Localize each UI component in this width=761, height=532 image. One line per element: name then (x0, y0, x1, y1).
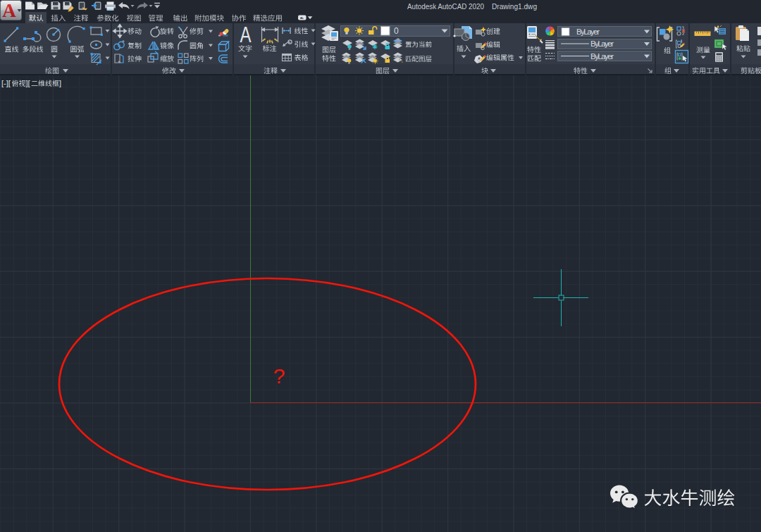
svg-text:ByLayer: ByLayer (590, 39, 614, 48)
svg-text:ByLayer: ByLayer (576, 27, 600, 36)
svg-text:[-][: [-][ (1, 79, 11, 87)
svg-text:Drawing1.dwg: Drawing1.dwg (492, 2, 537, 11)
svg-text:Autodesk AutoCAD 2020: Autodesk AutoCAD 2020 (407, 2, 484, 11)
svg-text:ByLayer: ByLayer (590, 52, 614, 61)
svg-text:A: A (2, 0, 16, 21)
svg-text:]: ] (59, 79, 61, 87)
svg-text:?: ? (273, 364, 285, 388)
svg-text:][: ][ (26, 79, 30, 87)
svg-text:0: 0 (394, 26, 399, 36)
svg-text:A: A (240, 23, 252, 47)
